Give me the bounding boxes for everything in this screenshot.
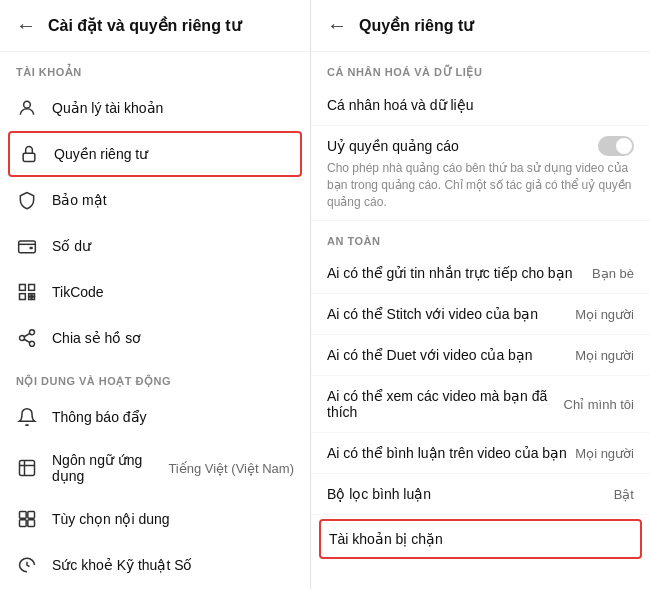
menu-item-quyen-rieng-tu[interactable]: Quyền riêng tư bbox=[8, 131, 302, 177]
shield-icon bbox=[16, 189, 38, 211]
right-item-text-duet: Ai có thể Duet với video của bạn bbox=[327, 347, 567, 363]
svg-line-15 bbox=[24, 333, 30, 336]
bell-icon bbox=[16, 406, 38, 428]
menu-item-text-quan-ly: Quản lý tài khoản bbox=[52, 100, 294, 116]
menu-item-tikcode[interactable]: TikCode bbox=[0, 269, 310, 315]
translate-icon bbox=[16, 457, 38, 479]
right-item-value-xem-video: Chỉ mình tôi bbox=[564, 397, 634, 412]
svg-point-0 bbox=[24, 101, 31, 108]
svg-point-13 bbox=[30, 341, 35, 346]
right-item-text-ca-nhan-hoa: Cá nhân hoá và dữ liệu bbox=[327, 97, 634, 113]
right-panel-title: Quyền riêng tư bbox=[359, 16, 473, 35]
right-header: ← Quyền riêng tư bbox=[311, 0, 650, 52]
svg-rect-20 bbox=[28, 520, 35, 527]
right-item-tai-khoan-bi-chan[interactable]: Tài khoản bị chặn bbox=[319, 519, 642, 559]
tikcode-icon bbox=[16, 281, 38, 303]
svg-rect-5 bbox=[29, 285, 35, 291]
right-item-text-xem-video: Ai có thể xem các video mà bạn đã thích bbox=[327, 388, 556, 420]
menu-item-text-quyen-rieng-tu: Quyền riêng tư bbox=[54, 146, 292, 162]
right-item-value-duet: Mọi người bbox=[575, 348, 634, 363]
svg-point-11 bbox=[30, 330, 35, 335]
menu-item-quan-ly-tai-khoan[interactable]: Quản lý tài khoản bbox=[0, 85, 310, 131]
right-item-desc-uy-quyen: Cho phép nhà quảng cáo bên thứ ba sử dụn… bbox=[327, 160, 634, 210]
left-panel-title: Cài đặt và quyền riêng tư bbox=[48, 16, 241, 35]
menu-item-text-ngon-ngu: Ngôn ngữ ứng dụng bbox=[52, 452, 154, 484]
right-item-stitch[interactable]: Ai có thể Stitch với video của bạn Mọi n… bbox=[311, 294, 650, 335]
right-item-xem-video[interactable]: Ai có thể xem các video mà bạn đã thích … bbox=[311, 376, 650, 433]
right-item-value-gui-tin-nhan: Bạn bè bbox=[592, 266, 634, 281]
menu-item-text-thong-bao: Thông báo đẩy bbox=[52, 409, 294, 425]
svg-rect-4 bbox=[20, 285, 26, 291]
right-panel: ← Quyền riêng tư CÁ NHÂN HOÁ VÀ DỮ LIỆU … bbox=[311, 0, 650, 589]
right-item-value-stitch: Mọi người bbox=[575, 307, 634, 322]
svg-rect-9 bbox=[29, 297, 32, 300]
menu-item-text-suc-khoe: Sức khoẻ Kỹ thuật Số bbox=[52, 557, 294, 573]
menu-item-so-du[interactable]: Số dư bbox=[0, 223, 310, 269]
menu-item-tuy-chon-noi-dung[interactable]: Tùy chọn nội dung bbox=[0, 496, 310, 542]
right-item-ca-nhan-hoa[interactable]: Cá nhân hoá và dữ liệu bbox=[311, 85, 650, 126]
menu-item-value-ngon-ngu: Tiếng Việt (Việt Nam) bbox=[168, 461, 294, 476]
menu-item-text-tuy-chon: Tùy chọn nội dung bbox=[52, 511, 294, 527]
menu-item-text-chia-se: Chia sẻ hồ sơ bbox=[52, 330, 294, 346]
left-back-button[interactable]: ← bbox=[16, 14, 36, 37]
svg-line-14 bbox=[24, 339, 30, 342]
svg-rect-18 bbox=[28, 512, 35, 519]
left-header: ← Cài đặt và quyền riêng tư bbox=[0, 0, 310, 52]
svg-rect-6 bbox=[20, 294, 26, 300]
menu-item-text-bao-mat: Bảo mật bbox=[52, 192, 294, 208]
right-item-binh-luan[interactable]: Ai có thể bình luận trên video của bạn M… bbox=[311, 433, 650, 474]
right-section-label-personalize: CÁ NHÂN HOÁ VÀ DỮ LIỆU bbox=[311, 52, 650, 85]
right-item-value-bo-loc: Bật bbox=[614, 487, 634, 502]
menu-item-text-so-du: Số dư bbox=[52, 238, 294, 254]
menu-item-suc-khoe[interactable]: Sức khoẻ Kỹ thuật Số bbox=[0, 542, 310, 588]
menu-item-text-tikcode: TikCode bbox=[52, 284, 294, 300]
wallet-icon bbox=[16, 235, 38, 257]
right-item-text-bo-loc: Bộ lọc bình luận bbox=[327, 486, 606, 502]
svg-rect-17 bbox=[20, 512, 27, 519]
svg-rect-3 bbox=[30, 247, 33, 250]
svg-rect-1 bbox=[23, 153, 35, 161]
right-item-bo-loc[interactable]: Bộ lọc bình luận Bật bbox=[311, 474, 650, 515]
svg-rect-2 bbox=[19, 241, 36, 253]
section-label-content: NỘI DUNG VÀ HOẠT ĐỘNG bbox=[0, 361, 310, 394]
menu-item-bao-mat[interactable]: Bảo mật bbox=[0, 177, 310, 223]
right-section-label-safety: AN TOÀN bbox=[311, 221, 650, 253]
svg-rect-16 bbox=[20, 461, 35, 476]
right-item-text-tai-khoan-bi-chan: Tài khoản bị chặn bbox=[329, 531, 632, 547]
svg-rect-10 bbox=[32, 297, 35, 300]
right-item-text-stitch: Ai có thể Stitch với video của bạn bbox=[327, 306, 567, 322]
right-item-value-binh-luan: Mọi người bbox=[575, 446, 634, 461]
svg-rect-7 bbox=[29, 294, 32, 297]
digital-health-icon bbox=[16, 554, 38, 576]
right-back-button[interactable]: ← bbox=[327, 14, 347, 37]
svg-rect-8 bbox=[32, 294, 35, 297]
right-item-text-gui-tin-nhan: Ai có thể gửi tin nhắn trực tiếp cho bạn bbox=[327, 265, 584, 281]
content-icon bbox=[16, 508, 38, 530]
right-item-uy-quyen[interactable]: Uỷ quyền quảng cáo Cho phép nhà quảng cá… bbox=[311, 126, 650, 221]
menu-item-chia-se-ho-so[interactable]: Chia sẻ hồ sơ bbox=[0, 315, 310, 361]
menu-item-ngon-ngu[interactable]: Ngôn ngữ ứng dụng Tiếng Việt (Việt Nam) bbox=[0, 440, 310, 496]
right-item-text-uy-quyen: Uỷ quyền quảng cáo bbox=[327, 138, 598, 154]
left-panel: ← Cài đặt và quyền riêng tư TÀI KHOẢN Qu… bbox=[0, 0, 311, 589]
toggle-uy-quyen[interactable] bbox=[598, 136, 634, 156]
svg-point-12 bbox=[20, 336, 25, 341]
section-label-account: TÀI KHOẢN bbox=[0, 52, 310, 85]
right-item-duet[interactable]: Ai có thể Duet với video của bạn Mọi ngư… bbox=[311, 335, 650, 376]
share-icon bbox=[16, 327, 38, 349]
menu-item-thong-bao[interactable]: Thông báo đẩy bbox=[0, 394, 310, 440]
lock-icon bbox=[18, 143, 40, 165]
person-icon bbox=[16, 97, 38, 119]
right-item-gui-tin-nhan[interactable]: Ai có thể gửi tin nhắn trực tiếp cho bạn… bbox=[311, 253, 650, 294]
svg-rect-19 bbox=[20, 520, 27, 527]
right-item-text-binh-luan: Ai có thể bình luận trên video của bạn bbox=[327, 445, 567, 461]
